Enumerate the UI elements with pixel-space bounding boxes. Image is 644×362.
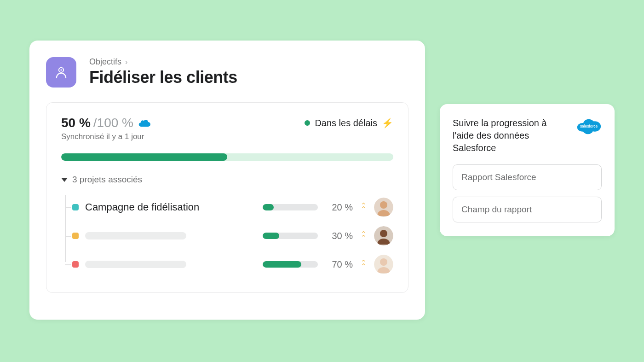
project-progress-fill — [263, 233, 279, 239]
project-progress-bar — [263, 233, 318, 239]
svg-point-1 — [60, 69, 62, 70]
objective-card: Objectifs › Fidéliser les clients 50 % /… — [29, 41, 425, 320]
progress-total: /100 % — [93, 116, 133, 130]
overall-progress-fill — [61, 153, 227, 161]
svg-point-7 — [380, 258, 387, 266]
project-progress-fill — [263, 261, 301, 268]
card-header: Objectifs › Fidéliser les clients — [46, 57, 408, 88]
caret-down-icon — [61, 178, 68, 182]
chevron-right-icon: › — [125, 58, 127, 66]
svg-point-5 — [380, 230, 387, 237]
status-dot-icon — [305, 120, 310, 126]
bolt-icon: ⚡ — [382, 117, 393, 128]
tree-branch — [65, 207, 71, 208]
assignee-avatar[interactable] — [374, 198, 393, 217]
project-name-placeholder — [85, 261, 186, 268]
trend-up-icon: ⌃⌃ — [359, 232, 368, 239]
project-progress-fill — [263, 204, 274, 210]
progress-value: 50 % /100 % — [61, 116, 151, 130]
progress-panel: 50 % /100 % Dans les délais ⚡ Synchronis… — [46, 102, 408, 293]
cloud-icon — [138, 116, 151, 130]
status-label: Dans les délais — [315, 118, 377, 128]
project-color-dot — [72, 204, 79, 210]
tree-branch — [65, 236, 71, 237]
tree-branch — [65, 264, 71, 265]
input-placeholder: Rapport Salesforce — [461, 172, 536, 182]
page-title: Fidéliser les clients — [89, 68, 237, 87]
status-badge[interactable]: Dans les délais ⚡ — [305, 117, 393, 128]
project-color-dot — [72, 233, 79, 239]
project-list: Campagne de fidélisation20 %⌃⌃30 %⌃⌃70 %… — [61, 193, 393, 279]
salesforce-field-input[interactable]: Champ du rapport — [453, 197, 602, 222]
trend-up-icon: ⌃⌃ — [359, 204, 368, 211]
breadcrumb[interactable]: Objectifs › — [89, 57, 237, 67]
project-progress-pct: 20 % — [324, 202, 353, 213]
progress-current: 50 % — [61, 116, 91, 130]
input-placeholder: Champ du rapport — [461, 204, 532, 214]
project-row[interactable]: 30 %⌃⌃ — [66, 222, 393, 250]
salesforce-panel-title: Suivre la progression à l'aide des donné… — [453, 117, 569, 154]
projects-count-label: 3 projets associés — [72, 175, 142, 185]
assignee-avatar[interactable] — [374, 255, 393, 274]
svg-point-3 — [380, 201, 387, 209]
project-row[interactable]: Campagne de fidélisation20 %⌃⌃ — [66, 193, 393, 222]
trend-up-icon: ⌃⌃ — [359, 261, 368, 268]
project-color-dot — [72, 261, 79, 268]
project-progress-bar — [263, 204, 318, 210]
salesforce-panel: Suivre la progression à l'aide des donné… — [440, 104, 615, 236]
overall-progress-bar — [61, 153, 393, 161]
project-progress-bar — [263, 261, 318, 268]
project-progress-pct: 70 % — [324, 259, 353, 270]
project-progress-pct: 30 % — [324, 231, 353, 241]
salesforce-logo-icon: salesforce — [576, 117, 602, 137]
assignee-avatar[interactable] — [374, 226, 393, 245]
svg-text:salesforce: salesforce — [580, 124, 598, 128]
sync-status: Synchronisé il y a 1 jour — [61, 132, 393, 141]
breadcrumb-label: Objectifs — [89, 57, 121, 67]
project-name-placeholder — [85, 232, 186, 239]
project-row[interactable]: 70 %⌃⌃ — [66, 250, 393, 279]
salesforce-report-input[interactable]: Rapport Salesforce — [453, 164, 602, 190]
project-name: Campagne de fidélisation — [85, 201, 256, 213]
objective-icon — [46, 57, 76, 88]
projects-toggle[interactable]: 3 projets associés — [61, 175, 393, 185]
